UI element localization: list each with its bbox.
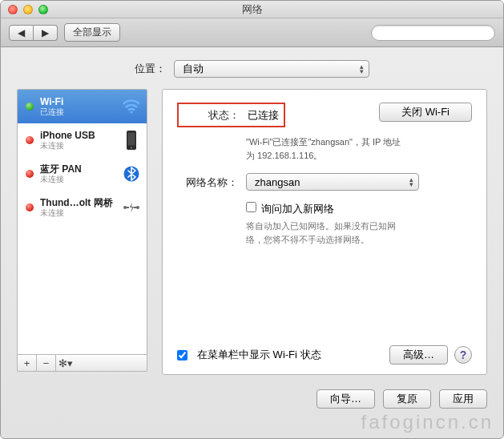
service-status: 未连接 <box>40 141 116 151</box>
toolbar: ◀ ▶ 全部显示 <box>1 18 503 47</box>
search-input[interactable] <box>371 25 495 41</box>
network-name-value: zhangsan <box>255 176 300 188</box>
advanced-button[interactable]: 高级… <box>389 345 448 364</box>
status-dot-icon <box>26 203 34 211</box>
service-iphone-usb[interactable]: iPhone USB 未连接 <box>18 123 147 157</box>
thunderbolt-icon <box>123 196 140 219</box>
network-prefs-window: 网络 ◀ ▶ 全部显示 位置： 自动 ▴▾ <box>0 0 504 439</box>
forward-button[interactable]: ▶ <box>34 25 58 41</box>
main-row: Wi-Fi 已连接 iPhone USB 未连接 <box>17 89 487 375</box>
service-status: 未连接 <box>40 208 116 218</box>
bottom-buttons: 向导… 复原 应用 <box>1 381 503 420</box>
detail-pane: 状态： 已连接 关闭 Wi-Fi "Wi-Fi"已连接至"zhangsan"，其… <box>162 89 487 375</box>
location-label: 位置： <box>135 62 166 76</box>
service-name: Wi-Fi <box>40 96 116 107</box>
menubar-label: 在菜单栏中显示 Wi-Fi 状态 <box>197 348 321 362</box>
turn-off-wifi-button[interactable]: 关闭 Wi-Fi <box>379 103 472 122</box>
location-select[interactable]: 自动 ▴▾ <box>174 60 369 78</box>
bluetooth-icon <box>123 163 140 185</box>
zoom-icon[interactable] <box>38 5 48 14</box>
help-button[interactable]: ? <box>454 346 472 364</box>
apply-button[interactable]: 应用 <box>439 389 487 409</box>
titlebar: 网络 <box>1 1 503 18</box>
service-thunderbolt-bridge[interactable]: Thund…olt 网桥 未连接 <box>18 191 147 224</box>
show-all-button[interactable]: 全部显示 <box>64 23 120 42</box>
ask-join-row: 询问加入新网络 将自动加入已知网络。如果没有已知网络，您将不得不手动选择网络。 <box>177 202 472 246</box>
detail-footer: 在菜单栏中显示 Wi-Fi 状态 高级… ? <box>177 345 472 364</box>
svg-point-8 <box>136 206 139 209</box>
service-status: 已连接 <box>40 107 116 117</box>
status-description: "Wi-Fi"已连接至"zhangsan"，其 IP 地址为 192.168.1… <box>246 135 406 162</box>
action-button[interactable]: ✻▾ <box>56 355 75 371</box>
status-desc-row: "Wi-Fi"已连接至"zhangsan"，其 IP 地址为 192.168.1… <box>177 135 472 162</box>
svg-point-7 <box>123 206 127 209</box>
location-row: 位置： 自动 ▴▾ <box>17 60 487 78</box>
service-list: Wi-Fi 已连接 iPhone USB 未连接 <box>17 89 147 355</box>
network-name-select[interactable]: zhangsan ▴▾ <box>246 173 419 191</box>
revert-button[interactable]: 复原 <box>383 389 431 409</box>
network-name-label: 网络名称： <box>177 173 246 190</box>
close-icon[interactable] <box>8 5 18 14</box>
traffic-lights <box>1 5 48 14</box>
svg-point-2 <box>131 111 133 114</box>
svg-point-5 <box>131 147 133 149</box>
search-wrap <box>371 25 495 41</box>
sidebar: Wi-Fi 已连接 iPhone USB 未连接 <box>17 89 147 375</box>
phone-icon <box>123 129 140 151</box>
chevron-updown-icon: ▴▾ <box>360 64 364 74</box>
window-title: 网络 <box>1 1 503 18</box>
svg-rect-4 <box>128 133 135 146</box>
service-bluetooth-pan[interactable]: 蓝牙 PAN 未连接 <box>18 157 147 191</box>
assist-button[interactable]: 向导… <box>317 389 375 409</box>
ask-join-label: 询问加入新网络 <box>261 202 334 216</box>
service-name: Thund…olt 网桥 <box>40 197 116 208</box>
status-dot-icon <box>26 170 34 178</box>
chevron-updown-icon: ▴▾ <box>409 177 413 187</box>
list-toolbar: + − ✻▾ <box>17 355 147 372</box>
network-name-row: 网络名称： zhangsan ▴▾ <box>177 173 472 191</box>
minimize-icon[interactable] <box>23 5 33 14</box>
content: 位置： 自动 ▴▾ Wi-Fi 已连接 <box>1 47 503 381</box>
service-wifi[interactable]: Wi-Fi 已连接 <box>18 90 147 123</box>
back-button[interactable]: ◀ <box>9 25 34 41</box>
remove-button[interactable]: − <box>37 355 56 371</box>
status-label: 状态： <box>179 106 248 123</box>
status-dot-icon <box>26 103 34 111</box>
service-status: 未连接 <box>40 175 116 184</box>
status-highlight: 状态： 已连接 <box>177 103 285 127</box>
status-row: 状态： 已连接 关闭 Wi-Fi <box>177 103 472 132</box>
ask-join-checkbox[interactable] <box>246 202 256 212</box>
add-button[interactable]: + <box>18 355 37 371</box>
status-value: 已连接 <box>248 106 279 123</box>
service-name: iPhone USB <box>40 130 116 141</box>
location-value: 自动 <box>183 62 204 76</box>
status-dot-icon <box>26 136 34 144</box>
menubar-checkbox[interactable] <box>177 350 187 360</box>
service-name: 蓝牙 PAN <box>40 163 116 175</box>
nav-segment: ◀ ▶ <box>9 25 58 41</box>
wifi-icon <box>123 95 140 118</box>
ask-join-help: 将自动加入已知网络。如果没有已知网络，您将不得不手动选择网络。 <box>246 220 406 246</box>
